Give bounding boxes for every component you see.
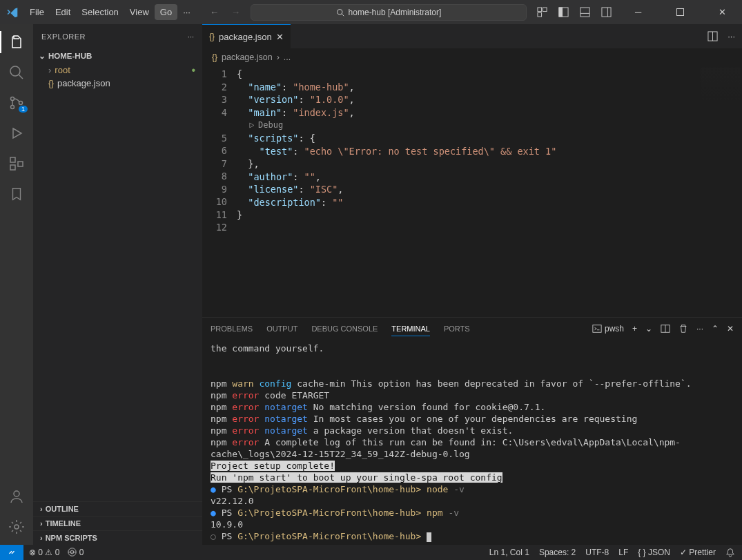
svg-rect-3 <box>543 8 547 12</box>
minimap[interactable] <box>701 68 741 102</box>
svg-rect-6 <box>559 8 563 17</box>
nav-forward-icon[interactable]: → <box>231 7 240 17</box>
tree-file-package-json[interactable]: {} package.json <box>33 77 202 90</box>
timeline-panel[interactable]: ›TIMELINE <box>33 516 202 530</box>
svg-point-12 <box>10 66 20 76</box>
activity-debug-icon[interactable] <box>0 119 33 147</box>
svg-rect-4 <box>538 12 542 17</box>
svg-line-1 <box>342 14 344 16</box>
json-file-icon: {} <box>48 79 54 88</box>
panel-tab-terminal[interactable]: TERMINAL <box>391 322 430 336</box>
status-spaces[interactable]: Spaces: 2 <box>539 548 576 557</box>
toggle-sidebar-left-icon[interactable] <box>558 7 569 17</box>
status-prettier[interactable]: ✓ Prettier <box>680 548 716 557</box>
toggle-sidebar-right-icon[interactable] <box>601 7 612 17</box>
chevron-down-icon: ⌄ <box>39 51 46 61</box>
chevron-right-icon: › <box>40 534 43 542</box>
window-close-icon[interactable]: ✕ <box>707 0 738 24</box>
panel-tab-problems[interactable]: PROBLEMS <box>211 322 253 336</box>
window-maximize-icon[interactable] <box>665 0 696 24</box>
tree-folder-root[interactable]: › root • <box>33 64 202 77</box>
menu-file[interactable]: File <box>24 4 50 20</box>
command-center[interactable]: home-hub [Administrator] <box>251 4 527 21</box>
terminal-trash-icon[interactable] <box>678 324 688 334</box>
status-language[interactable]: { } JSON <box>638 548 670 557</box>
svg-rect-2 <box>538 8 542 12</box>
npm-scripts-panel[interactable]: ›NPM SCRIPTS <box>33 530 202 545</box>
svg-rect-9 <box>602 8 611 17</box>
chevron-right-icon: › <box>40 519 43 528</box>
chevron-right-icon: › <box>40 505 43 513</box>
terminal-dropdown-icon[interactable]: ⌄ <box>645 324 652 334</box>
activity-account-icon[interactable] <box>0 483 33 510</box>
panel-tab-debug-console[interactable]: DEBUG CONSOLE <box>311 322 378 336</box>
svg-rect-18 <box>10 157 15 162</box>
terminal-split-icon[interactable] <box>661 324 670 334</box>
svg-point-22 <box>14 525 19 529</box>
remote-button[interactable] <box>0 545 23 560</box>
status-encoding[interactable]: UTF-8 <box>585 548 609 557</box>
search-text: home-hub [Administrator] <box>349 8 442 17</box>
terminal-new-icon[interactable]: + <box>632 324 637 334</box>
activity-bookmark-icon[interactable] <box>0 180 33 208</box>
explorer-more-icon[interactable]: ··· <box>188 32 194 41</box>
svg-marker-25 <box>250 123 254 128</box>
status-errors[interactable]: ⊗ 0 ⚠ 0 <box>29 548 59 557</box>
menu-view[interactable]: View <box>124 4 155 20</box>
debug-codelens[interactable]: Debug <box>237 119 283 132</box>
activity-settings-icon[interactable] <box>0 513 33 541</box>
split-editor-icon[interactable] <box>707 31 718 41</box>
panel-close-icon[interactable]: ✕ <box>727 324 734 334</box>
tab-close-icon[interactable]: ✕ <box>276 32 284 42</box>
menu-go[interactable]: Go <box>155 4 177 20</box>
terminal-content[interactable]: the command yourself. npm warn config ca… <box>202 340 742 545</box>
scm-badge: 1 <box>19 106 28 113</box>
status-notifications-icon[interactable] <box>725 548 735 557</box>
svg-rect-7 <box>580 8 589 17</box>
line-numbers: 123456789101112 <box>202 66 237 317</box>
svg-point-0 <box>337 9 342 15</box>
json-file-icon: {} <box>212 52 217 62</box>
status-lncol[interactable]: Ln 1, Col 1 <box>489 548 529 557</box>
activity-extensions-icon[interactable] <box>0 150 33 177</box>
outline-panel[interactable]: ›OUTLINE <box>33 501 202 516</box>
svg-point-21 <box>14 491 19 496</box>
svg-rect-20 <box>18 162 23 166</box>
explorer-title: EXPLORER <box>41 32 86 41</box>
editor-tab-package-json[interactable]: {} package.json ✕ <box>202 24 291 48</box>
nav-back-icon[interactable]: ← <box>210 7 219 17</box>
workspace-root[interactable]: ⌄ HOME-HUB <box>33 50 202 62</box>
panel-tab-ports[interactable]: PORTS <box>444 322 470 336</box>
menu-selection[interactable]: Selection <box>76 4 124 20</box>
bottom-panel: PROBLEMS OUTPUT DEBUG CONSOLE TERMINAL P… <box>202 317 742 545</box>
json-file-icon: {} <box>209 32 215 41</box>
panel-more-icon[interactable]: ··· <box>696 324 703 334</box>
status-ports[interactable]: 0 <box>68 548 84 557</box>
svg-point-15 <box>11 106 14 109</box>
vscode-logo-icon <box>0 6 24 18</box>
svg-rect-26 <box>593 325 601 333</box>
terminal-shell-label[interactable]: pwsh <box>592 324 624 334</box>
menu-more-icon[interactable]: ··· <box>177 4 196 20</box>
editor-more-icon[interactable]: ··· <box>728 31 735 41</box>
svg-rect-11 <box>677 9 684 16</box>
panel-maximize-icon[interactable]: ⌃ <box>712 324 719 334</box>
menu-edit[interactable]: Edit <box>50 4 76 20</box>
activity-explorer-icon[interactable] <box>0 28 33 56</box>
svg-line-13 <box>19 75 23 79</box>
status-eol[interactable]: LF <box>618 548 628 557</box>
svg-point-14 <box>11 97 14 101</box>
code-editor[interactable]: 123456789101112 { "name": "home-hub", "v… <box>202 66 742 317</box>
window-minimize-icon[interactable]: ─ <box>623 0 654 24</box>
panel-tab-output[interactable]: OUTPUT <box>266 322 297 336</box>
breadcrumb[interactable]: {} package.json › ... <box>202 48 742 66</box>
activity-search-icon[interactable] <box>0 59 33 86</box>
svg-rect-19 <box>10 165 15 170</box>
chevron-right-icon: › <box>48 65 51 75</box>
layout-customize-icon[interactable] <box>537 7 547 17</box>
toggle-panel-icon[interactable] <box>580 7 590 17</box>
activity-scm-icon[interactable]: 1 <box>0 89 33 117</box>
svg-marker-17 <box>13 128 21 138</box>
terminal-cursor <box>427 532 431 542</box>
